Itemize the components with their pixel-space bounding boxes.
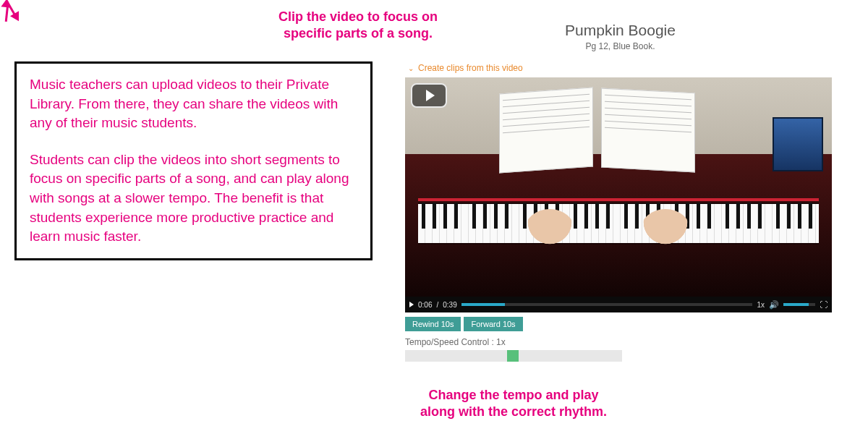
progress-track[interactable] (461, 303, 753, 306)
volume-fill (783, 303, 809, 306)
current-time: 0:06 (418, 301, 432, 309)
video-panel: Pumpkin Boogie Pg 12, Blue Book. ⌄ Creat… (405, 22, 835, 362)
chevron-down-icon: ⌄ (408, 64, 414, 72)
play-icon (426, 90, 435, 101)
info-paragraph-2: Students can clip the videos into short … (30, 150, 357, 247)
annotation-tempo: Change the tempo and play along with the… (412, 387, 615, 420)
tempo-slider-handle[interactable] (507, 350, 519, 362)
volume-icon[interactable]: 🔊 (769, 300, 779, 310)
video-player[interactable]: 0:06 / 0:39 1x 🔊 ⛶ (405, 77, 832, 312)
create-clips-toggle[interactable]: ⌄ Create clips from this video (408, 63, 835, 73)
video-title: Pumpkin Boogie (405, 22, 835, 39)
duration: 0:39 (443, 301, 456, 309)
volume-track[interactable] (783, 303, 815, 306)
info-box: Music teachers can upload videos to thei… (14, 61, 373, 260)
arrow-bottom-icon (0, 22, 14, 43)
play-overlay-button[interactable] (411, 83, 447, 108)
time-separator: / (436, 301, 438, 309)
play-button[interactable] (409, 302, 414, 307)
video-controls-bar: 0:06 / 0:39 1x 🔊 ⛶ (405, 297, 832, 312)
video-subtitle: Pg 12, Blue Book. (405, 41, 835, 51)
playback-speed[interactable]: 1x (757, 301, 765, 309)
video-viewport[interactable] (405, 77, 832, 297)
progress-fill (461, 303, 505, 306)
create-clips-label: Create clips from this video (418, 63, 523, 73)
fullscreen-icon[interactable]: ⛶ (820, 300, 827, 309)
tempo-label: Tempo/Speed Control : 1x (405, 337, 835, 347)
forward-10s-button[interactable]: Forward 10s (464, 317, 522, 331)
tempo-slider[interactable] (405, 350, 622, 362)
info-paragraph-1: Music teachers can upload videos to thei… (30, 75, 357, 133)
skip-controls: Rewind 10s Forward 10s (405, 317, 835, 331)
rewind-10s-button[interactable]: Rewind 10s (405, 317, 461, 331)
